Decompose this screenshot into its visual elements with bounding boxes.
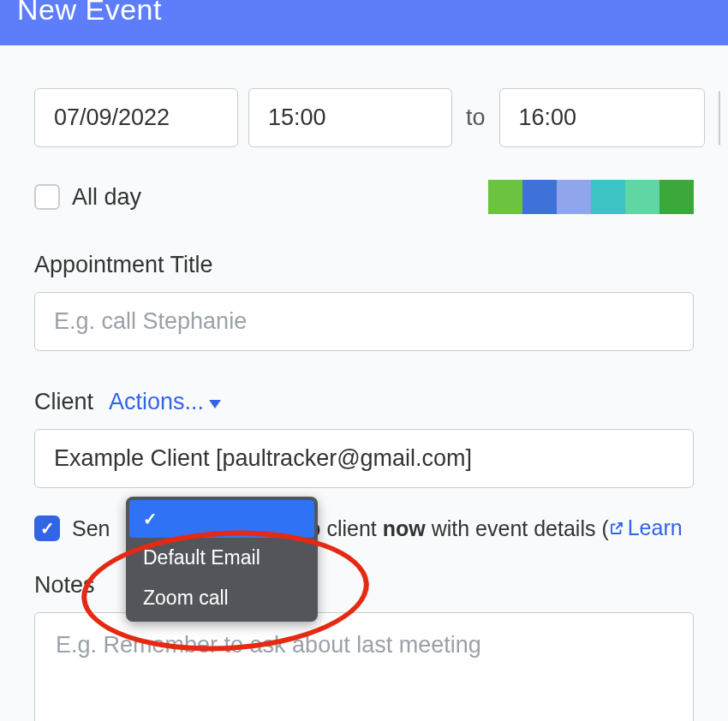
client-label-row: Client Actions... (34, 389, 694, 415)
title-input[interactable] (34, 292, 694, 351)
end-time-input[interactable] (499, 88, 705, 147)
external-link-icon (609, 521, 624, 536)
extra-date-input[interactable] (719, 91, 720, 146)
dropdown-item-blank[interactable] (129, 500, 314, 538)
allday-checkbox[interactable] (34, 184, 60, 210)
dropdown-item-default-email[interactable]: Default Email (129, 538, 314, 578)
color-swatches (488, 180, 694, 214)
to-label: to (466, 104, 486, 131)
color-swatch[interactable] (625, 180, 659, 214)
send-email-checkbox[interactable] (34, 515, 60, 541)
date-input[interactable] (34, 88, 238, 147)
dropdown-item-zoom-call[interactable]: Zoom call (129, 578, 314, 618)
notes-textarea[interactable] (34, 612, 694, 721)
modal-header: New Event (0, 0, 728, 45)
color-swatch[interactable] (659, 180, 694, 214)
datetime-row: to (34, 88, 694, 147)
client-input[interactable] (34, 429, 694, 488)
client-label: Client (34, 389, 93, 415)
modal-title: New Event (17, 0, 711, 27)
color-swatch[interactable] (522, 180, 557, 214)
client-actions-dropdown[interactable]: Actions... (109, 389, 221, 415)
event-form: to All day Appointment Title Client Acti… (0, 45, 728, 721)
color-swatch[interactable] (591, 180, 625, 214)
allday-row: All day (34, 180, 694, 214)
start-time-input[interactable] (248, 88, 452, 147)
color-swatch[interactable] (557, 180, 591, 214)
title-label: Appointment Title (34, 252, 694, 278)
color-swatch[interactable] (488, 180, 522, 214)
allday-label: All day (72, 184, 141, 211)
template-dropdown: Default Email Zoom call (126, 497, 318, 622)
learn-more-link[interactable]: Learn (609, 515, 683, 540)
caret-down-icon (209, 400, 221, 408)
